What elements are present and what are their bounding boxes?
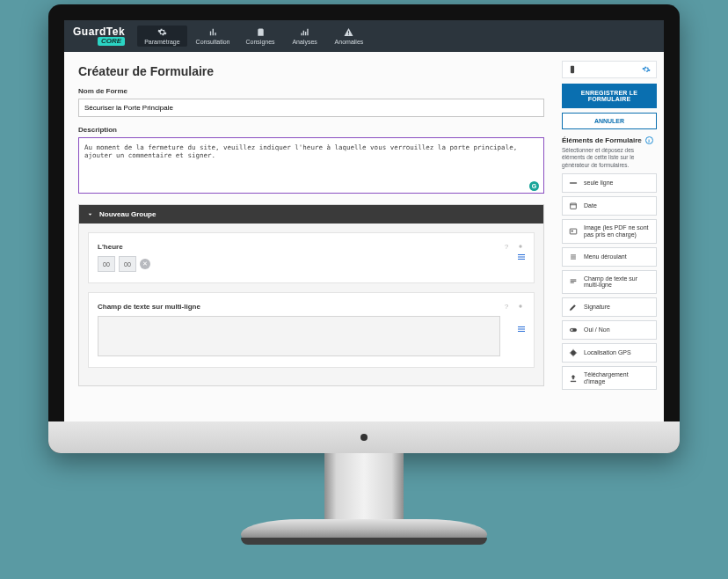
save-form-button[interactable]: ENREGISTRER LE FORMULAIRE (562, 84, 657, 108)
element-upload[interactable]: Téléchargement d'image (562, 366, 657, 390)
time-hh[interactable]: 00 (98, 256, 115, 272)
brand-name: GuardTek (73, 26, 125, 37)
clipboard-icon (256, 27, 266, 37)
calendar-icon (568, 202, 579, 210)
phone-icon[interactable] (568, 65, 577, 74)
element-dropdown[interactable]: Menu déroulant (562, 247, 657, 267)
required-icon[interactable] (516, 242, 525, 251)
time-input[interactable]: 00 00 ✕ (98, 256, 150, 272)
element-multiline[interactable]: Champ de texte sur multi-ligne (562, 270, 657, 294)
form-name-input[interactable] (78, 99, 544, 117)
monitor-chin (48, 421, 680, 453)
crosshair-icon (568, 348, 579, 357)
help-icon[interactable]: ? (502, 302, 511, 311)
required-icon[interactable] (516, 302, 525, 311)
monitor-frame: GuardTek CORE Paramétrage Consultation C… (48, 4, 680, 453)
pen-icon (568, 303, 579, 311)
multiline-preview[interactable] (98, 316, 500, 356)
element-date[interactable]: Date (562, 196, 657, 216)
description-label: Description (78, 126, 544, 134)
nav-consultation[interactable]: Consultation (189, 26, 237, 47)
field-multiline-block[interactable]: Champ de texte sur multi-ligne ? (88, 292, 535, 368)
main-panel: Créateur de Formulaire Nom de Forme Desc… (64, 52, 558, 437)
screen: GuardTek CORE Paramétrage Consultation C… (64, 20, 664, 437)
field-time-label: L'heure (98, 243, 502, 251)
elements-help: Sélectionner et déposez des éléments de … (562, 147, 657, 169)
warning-icon (344, 27, 353, 37)
form-name-label: Nom de Forme (78, 87, 544, 95)
monitor-stand-foot (241, 538, 487, 545)
svg-point-21 (571, 351, 576, 355)
svg-point-0 (519, 245, 521, 247)
svg-point-12 (571, 231, 573, 232)
field-multiline-label: Champ de texte sur multi-ligne (98, 303, 502, 311)
form-group: Nouveau Groupe L'heure ? (78, 204, 544, 386)
svg-rect-8 (571, 66, 574, 73)
paragraph-icon (568, 277, 579, 286)
chevron-down-icon (86, 210, 94, 218)
text-line-icon (568, 179, 579, 187)
cancel-button[interactable]: ANNULER (562, 113, 657, 129)
image-icon (568, 227, 579, 236)
list-icon (568, 253, 579, 261)
svg-point-4 (519, 304, 521, 307)
chart-icon (208, 27, 218, 37)
monitor-stand-base (241, 519, 487, 539)
nav-analyses[interactable]: Analyses (284, 26, 326, 47)
nav-parametrage[interactable]: Paramétrage (137, 26, 186, 47)
field-time-block[interactable]: L'heure ? 00 00 (88, 232, 535, 283)
drag-handle-icon[interactable] (516, 324, 527, 336)
device-preview-bar (562, 61, 657, 78)
grammar-badge-icon[interactable]: G (529, 181, 539, 191)
nav-anomalies[interactable]: Anomalies (328, 26, 371, 47)
elements-title: Éléments de Formulaire i (562, 136, 657, 144)
time-mm[interactable]: 00 (119, 256, 136, 272)
brand-sub: CORE (98, 37, 125, 46)
gear-icon (157, 27, 167, 37)
clear-time-icon[interactable]: ✕ (140, 259, 150, 269)
group-header[interactable]: Nouveau Groupe (79, 205, 543, 224)
element-image[interactable]: Image (les PDF ne sont pas pris en charg… (562, 219, 657, 243)
top-bar: GuardTek CORE Paramétrage Consultation C… (64, 20, 664, 52)
element-signature[interactable]: Signature (562, 297, 657, 317)
monitor-stand-neck (324, 453, 404, 524)
drag-handle-icon[interactable] (516, 252, 527, 264)
help-icon[interactable]: ? (502, 242, 511, 251)
info-icon[interactable]: i (645, 136, 653, 144)
group-title: Nouveau Groupe (99, 210, 156, 218)
toggle-icon (568, 326, 579, 334)
svg-point-20 (571, 329, 573, 332)
bars-icon (300, 27, 309, 37)
svg-rect-11 (570, 229, 577, 234)
description-textarea[interactable] (78, 137, 544, 194)
top-nav: Paramétrage Consultation Consignes Analy… (137, 26, 370, 47)
element-yes-no[interactable]: Oui / Non (562, 320, 657, 340)
element-single-line[interactable]: seule ligne (562, 173, 657, 193)
page-title: Créateur de Formulaire (78, 64, 544, 78)
svg-rect-9 (571, 203, 577, 209)
nav-consignes[interactable]: Consignes (239, 26, 282, 47)
brand-logo: GuardTek CORE (73, 26, 125, 46)
upload-icon (568, 374, 579, 383)
settings-icon[interactable] (642, 65, 651, 74)
element-gps[interactable]: Localisation GPS (562, 343, 657, 363)
side-panel: ENREGISTRER LE FORMULAIRE ANNULER Élémen… (558, 52, 664, 437)
